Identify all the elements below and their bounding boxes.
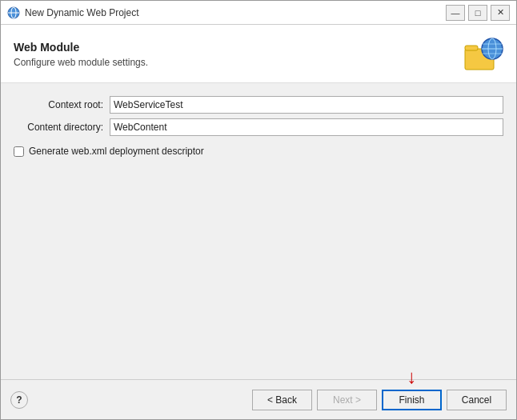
content-area: Web Module Configure web module settings… [1,25,516,379]
header-icon [463,34,503,74]
header-section: Web Module Configure web module settings… [1,25,516,83]
content-directory-row: Content directory: [14,118,503,136]
main-content: Context root: Content directory: Generat… [1,83,516,379]
cancel-button[interactable]: Cancel [447,390,507,410]
minimize-button[interactable]: — [446,5,465,21]
window-icon [7,6,20,19]
maximize-button[interactable]: □ [468,5,487,21]
close-button[interactable]: ✕ [491,5,510,21]
context-root-input[interactable] [110,96,503,114]
content-directory-label: Content directory: [14,122,110,133]
folder-globe-svg [463,34,503,74]
content-directory-input[interactable] [110,118,503,136]
help-button[interactable]: ? [10,391,28,409]
window-controls: — □ ✕ [446,5,510,21]
generate-webxml-row: Generate web.xml deployment descriptor [14,146,503,157]
footer: ? < Back Next > ↓ Finish Cancel [1,379,516,419]
generate-webxml-label: Generate web.xml deployment descriptor [29,146,204,157]
generate-webxml-checkbox[interactable] [14,146,24,157]
context-root-label: Context root: [14,99,110,110]
next-button[interactable]: Next > [317,390,377,410]
footer-buttons: < Back Next > ↓ Finish Cancel [252,390,507,410]
finish-button[interactable]: Finish [382,390,442,410]
finish-button-container: ↓ Finish [382,390,442,410]
page-subtitle: Configure web module settings. [14,57,148,68]
back-button[interactable]: < Back [252,390,312,410]
context-root-row: Context root: [14,96,503,114]
header-text: Web Module Configure web module settings… [14,41,148,68]
svg-rect-4 [465,46,478,50]
title-bar: New Dynamic Web Project — □ ✕ [1,1,516,25]
window-title: New Dynamic Web Project [25,7,446,18]
page-title: Web Module [14,41,148,54]
main-window: New Dynamic Web Project — □ ✕ Web Module… [0,0,517,420]
